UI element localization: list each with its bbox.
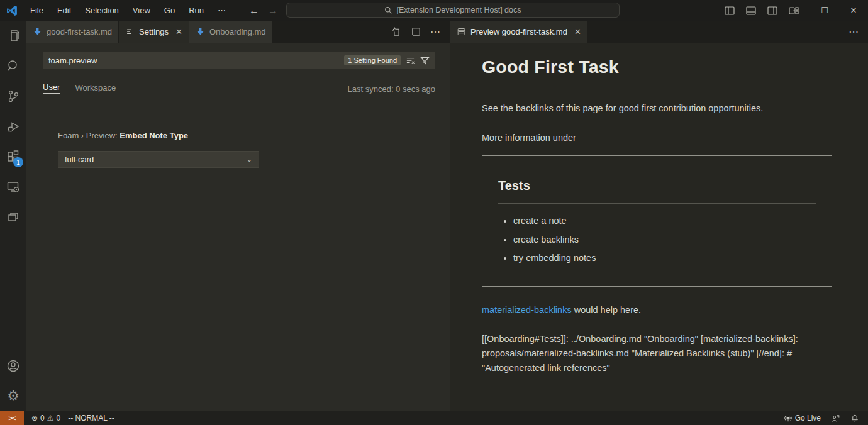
- close-tab-icon[interactable]: ✕: [175, 27, 182, 36]
- settings-tune-icon: [125, 27, 135, 36]
- setting-category: Foam › Preview:: [58, 131, 120, 140]
- error-count: 0: [40, 414, 45, 422]
- status-bar: >< ⊗ 0 ⚠ 0 -- NORMAL -- Go Live: [0, 411, 868, 425]
- menubar: File Edit Selection View Go Run ⋯: [25, 4, 231, 17]
- notifications-bell-icon[interactable]: [850, 414, 859, 422]
- remote-indicator[interactable]: ><: [0, 411, 24, 425]
- titlebar: File Edit Selection View Go Run ⋯ ← → [E…: [0, 0, 868, 21]
- history-nav: ← →: [249, 0, 278, 21]
- open-settings-json-icon[interactable]: [391, 26, 402, 37]
- command-center-search[interactable]: [Extension Development Host] docs: [286, 3, 620, 18]
- manage-gear-icon[interactable]: ⚙: [0, 381, 26, 411]
- menu-more[interactable]: ⋯: [212, 4, 231, 17]
- close-window-button[interactable]: ✕: [839, 0, 868, 21]
- toggle-panel-icon[interactable]: [746, 6, 756, 16]
- settings-editor: 1 Setting Found User Workspace Last sync…: [26, 43, 450, 411]
- materialized-backlinks-link[interactable]: materialized-backlinks: [482, 305, 572, 315]
- go-live-label: Go Live: [795, 414, 821, 422]
- preview-more-info-paragraph: More information under: [482, 131, 832, 145]
- activity-bar: 1 ⚙: [0, 21, 26, 411]
- link-paragraph-rest: would help here.: [572, 305, 641, 315]
- menu-view[interactable]: View: [127, 4, 156, 17]
- window-controls: ─ ☐ ✕: [781, 0, 868, 21]
- minimize-button[interactable]: ─: [781, 0, 810, 21]
- warning-icon: ⚠: [47, 414, 54, 422]
- scope-tab-user[interactable]: User: [43, 82, 60, 94]
- embedded-note-list: create a note create backlinks try embed…: [513, 214, 816, 265]
- go-live-button[interactable]: Go Live: [784, 414, 821, 422]
- windows-stack-icon[interactable]: [0, 202, 26, 232]
- right-tab-bar: Preview good-first-task.md ✕ ⋯: [450, 21, 868, 43]
- toggle-secondary-sidebar-icon[interactable]: [767, 6, 777, 16]
- more-actions-icon[interactable]: ⋯: [849, 26, 859, 38]
- extensions-badge: 1: [13, 157, 23, 167]
- explorer-icon[interactable]: [0, 21, 26, 51]
- menu-edit[interactable]: Edit: [52, 4, 77, 17]
- left-tab-bar: good-first-task.md Settings ✕ Onboarding…: [26, 21, 450, 43]
- command-center-label: [Extension Development Host] docs: [396, 6, 521, 14]
- filter-settings-icon[interactable]: [420, 56, 430, 65]
- settings-search-box: 1 Setting Found: [43, 52, 435, 69]
- markdown-file-icon: [196, 27, 205, 36]
- preview-intro-paragraph: See the backlinks of this page for good …: [482, 101, 832, 115]
- settings-scope-tabs: User Workspace Last synced: 0 secs ago: [43, 78, 435, 99]
- setting-embed-note-type: Foam › Preview: Embed Note Type full-car…: [58, 131, 259, 168]
- link-paragraph: materialized-backlinks would help here.: [482, 303, 832, 317]
- menu-selection[interactable]: Selection: [79, 4, 124, 17]
- select-value: full-card: [65, 155, 94, 164]
- live-share-icon[interactable]: [831, 414, 840, 423]
- tab-preview-good-first-task[interactable]: Preview good-first-task.md ✕: [450, 21, 588, 43]
- back-arrow-icon[interactable]: ←: [249, 5, 259, 16]
- menu-file[interactable]: File: [25, 4, 49, 17]
- settings-count-badge: 1 Setting Found: [344, 55, 401, 65]
- search-sidebar-icon[interactable]: [0, 51, 26, 81]
- source-control-icon[interactable]: [0, 81, 26, 111]
- vim-mode-label: -- NORMAL --: [68, 414, 114, 422]
- remote-icon: ><: [9, 414, 16, 422]
- accounts-icon[interactable]: [0, 351, 26, 381]
- toggle-sidebar-icon[interactable]: [725, 6, 735, 16]
- more-actions-icon[interactable]: ⋯: [430, 26, 441, 38]
- menu-run[interactable]: Run: [183, 4, 209, 17]
- maximize-button[interactable]: ☐: [810, 0, 839, 21]
- editor-actions: ⋯: [391, 21, 450, 43]
- card-list-item: create backlinks: [513, 233, 816, 246]
- card-list-item: try embedding notes: [513, 251, 816, 265]
- forward-arrow-icon[interactable]: →: [268, 5, 278, 16]
- markdown-file-icon: [33, 27, 42, 36]
- scope-tab-workspace[interactable]: Workspace: [75, 83, 116, 94]
- broadcast-icon: [784, 414, 793, 422]
- preview-editor-actions: ⋯: [849, 21, 868, 43]
- clear-settings-search-icon[interactable]: [406, 56, 415, 65]
- vscode-window: File Edit Selection View Go Run ⋯ ← → [E…: [0, 0, 868, 425]
- preview-title: Good First Task: [482, 53, 832, 87]
- problems-indicator[interactable]: ⊗ 0 ⚠ 0: [31, 414, 60, 422]
- split-editor-icon[interactable]: [411, 26, 421, 37]
- remote-explorer-icon[interactable]: [0, 172, 26, 202]
- menu-go[interactable]: Go: [159, 4, 181, 17]
- setting-name: Embed Note Type: [120, 131, 188, 140]
- right-editor-group: Preview good-first-task.md ✕ ⋯ Good Firs…: [450, 21, 868, 411]
- tab-settings[interactable]: Settings ✕: [119, 21, 189, 43]
- settings-search-input[interactable]: [43, 56, 344, 65]
- chevron-down-icon: ⌄: [247, 155, 252, 163]
- vscode-logo-icon: [6, 4, 18, 17]
- search-icon: [384, 6, 392, 14]
- embedded-note-card: Tests create a note create backlinks try…: [482, 155, 832, 286]
- vim-mode-indicator[interactable]: -- NORMAL --: [68, 414, 114, 422]
- markdown-preview-icon: [457, 27, 466, 36]
- extensions-icon[interactable]: 1: [0, 141, 26, 172]
- markdown-preview: Good First Task See the backlinks of thi…: [450, 43, 868, 411]
- left-editor-group: good-first-task.md Settings ✕ Onboarding…: [26, 21, 450, 411]
- tab-onboarding[interactable]: Onboarding.md: [189, 21, 273, 43]
- embed-note-type-select[interactable]: full-card ⌄: [58, 151, 259, 168]
- last-synced-label: Last synced: 0 secs ago: [348, 84, 435, 94]
- run-debug-icon[interactable]: [0, 111, 26, 141]
- setting-title: Foam › Preview: Embed Note Type: [58, 131, 259, 140]
- card-list-item: create a note: [513, 214, 816, 228]
- warning-count: 0: [57, 414, 61, 422]
- link-references-paragraph: [[Onboarding#Tests]]: ../Onboarding.md "…: [482, 332, 832, 375]
- tab-good-first-task[interactable]: good-first-task.md: [26, 21, 119, 43]
- close-tab-icon[interactable]: ✕: [574, 27, 581, 36]
- status-bar-right: Go Live: [784, 414, 868, 423]
